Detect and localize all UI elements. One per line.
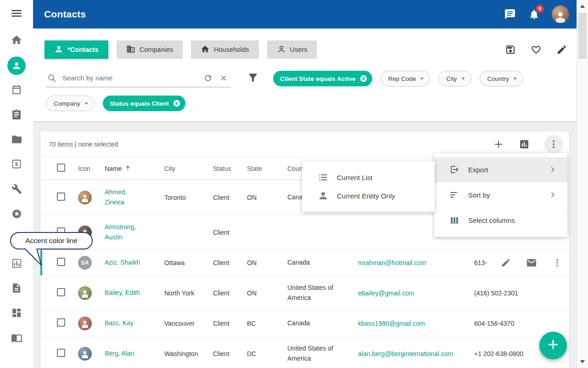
cell-country: Canada [287, 318, 310, 328]
list-summary: 70 items | none selected [49, 141, 118, 148]
column-header-state[interactable]: State [241, 165, 281, 172]
contact-name-link[interactable]: Ahmed, Zineea [105, 187, 147, 207]
cell-city: North York [158, 289, 207, 297]
add-column-plus-icon[interactable] [493, 139, 504, 150]
search-input[interactable] [62, 74, 197, 82]
notifications-bell-icon[interactable]: 9 [528, 8, 540, 20]
filter-chip-client-state[interactable]: Client State equals Active [273, 71, 372, 86]
contact-avatar [78, 347, 92, 361]
sidebar-item-calendar[interactable] [0, 78, 33, 103]
contact-email-link[interactable]: mrahman@hotmail.com [358, 259, 426, 266]
filter-chips-row-2: Company Status equals Client [46, 96, 185, 111]
chip-label: Country [487, 75, 509, 82]
list-header-actions [493, 135, 563, 153]
contact-email-link[interactable]: ebailey@gmail.com [358, 289, 414, 297]
user-avatar[interactable] [552, 6, 569, 23]
submenu-item-current-entity-only[interactable]: Current Entity Only [302, 187, 435, 205]
contact-name-link[interactable]: Bass, Kay [105, 318, 134, 328]
contact-email-link[interactable]: alan.berg@berginternational.com [358, 350, 453, 357]
column-header-icon[interactable]: Icon [73, 165, 98, 172]
column-header-name[interactable]: Name [98, 164, 158, 173]
filter-chip-status[interactable]: Status equals Client [103, 96, 185, 111]
menu-item-select-columns[interactable]: Select columns [434, 208, 567, 233]
pencil-icon[interactable] [556, 44, 567, 55]
refresh-icon[interactable] [203, 73, 213, 83]
row-checkbox[interactable] [57, 258, 65, 266]
row-checkbox[interactable] [57, 192, 65, 201]
scroll-down-arrow[interactable] [580, 360, 585, 363]
callout-text: Accent color line [25, 237, 78, 245]
add-contact-fab[interactable] [539, 332, 567, 359]
scrollbar-thumb[interactable] [578, 13, 587, 59]
scroll-up-arrow[interactable] [580, 5, 585, 8]
filter-chip-rep-code[interactable]: Rep Code [381, 71, 431, 86]
vertical-dots-icon[interactable] [552, 257, 563, 268]
cell-status: Client [207, 194, 241, 201]
contact-name-link[interactable]: Berg, Alan [105, 349, 134, 359]
heart-icon[interactable] [531, 44, 542, 55]
tab-users[interactable]: Users [267, 40, 317, 59]
sidebar-item-contacts[interactable] [0, 53, 33, 78]
sidebar-item-achievements[interactable] [0, 202, 33, 227]
remove-filter-icon[interactable] [173, 99, 181, 108]
envelope-icon[interactable] [526, 257, 537, 268]
chat-icon[interactable] [504, 8, 516, 20]
filter-chip-country[interactable]: Country [480, 71, 523, 86]
chart-icon[interactable] [519, 139, 530, 150]
sort-ascending-icon [124, 164, 131, 173]
chevron-right-icon [548, 190, 557, 199]
contact-name-link[interactable]: Bailey, Edith [105, 288, 140, 298]
column-header-status[interactable]: Status [207, 165, 241, 172]
column-header-city[interactable]: City [158, 165, 207, 172]
calendar-icon [11, 84, 22, 97]
filter-chip-city[interactable]: City [438, 71, 471, 86]
cell-state: ON [241, 289, 281, 297]
tab-contacts[interactable]: *Contacts [45, 40, 108, 59]
contact-email-link[interactable]: kbass1980@gmail.com [358, 320, 425, 327]
filter-chip-company[interactable]: Company [46, 96, 95, 111]
contact-avatar-initials: SA [78, 256, 92, 270]
table-row[interactable]: Berg, Alan Washington Client DC United S… [40, 336, 569, 368]
sidebar-item-dashboard[interactable] [0, 301, 33, 326]
cell-country: United States of America [287, 344, 345, 363]
save-icon[interactable] [505, 44, 516, 55]
sidebar-item-address-book[interactable] [0, 326, 33, 351]
cell-phone: (416) 502-2301 [468, 289, 537, 297]
sidebar-item-tools[interactable] [0, 177, 33, 202]
tab-companies[interactable]: Companies [117, 40, 183, 59]
cell-phone: 604-156-4370 [468, 320, 537, 327]
sidebar-item-tasks[interactable] [0, 103, 33, 128]
row-checkbox[interactable] [57, 288, 65, 296]
close-icon[interactable] [218, 73, 229, 83]
submenu-item-current-list[interactable]: Current List [302, 168, 435, 187]
table-row[interactable]: Bailey, Edith North York Client ON Unite… [40, 276, 569, 311]
cell-phone: +1 202-638-0800 [468, 350, 537, 357]
table-row-accented[interactable]: SA Aziz, Shaikh Ottawa Client ON Canada … [40, 250, 569, 276]
cell-status: Client [207, 259, 241, 266]
row-hover-actions [500, 257, 563, 268]
folder-icon [11, 134, 22, 147]
sidebar-item-billing[interactable]: $ [0, 153, 33, 177]
tab-households[interactable]: Households [191, 40, 259, 59]
table-row[interactable]: Bass, Kay Vancouver Client BC Canada kba… [40, 311, 569, 336]
contact-name-link[interactable]: Aziz, Shaikh [105, 258, 140, 268]
edit-pencil-icon[interactable] [500, 257, 511, 268]
sidebar-item-documents[interactable] [0, 277, 33, 301]
remove-filter-icon[interactable] [359, 74, 368, 83]
funnel-filter-icon[interactable] [247, 72, 259, 84]
chip-label: Rep Code [388, 75, 416, 82]
menu-item-export[interactable]: Export [434, 157, 567, 182]
vertical-scrollbar[interactable] [577, 0, 588, 368]
more-options-button[interactable] [544, 135, 563, 153]
menu-toggle-button[interactable] [0, 0, 33, 28]
menu-item-sort-by[interactable]: Sort by [434, 182, 567, 208]
select-all-checkbox[interactable] [57, 164, 65, 172]
sidebar-item-home[interactable] [0, 28, 33, 53]
entity-tabs: *Contacts Companies Households Users [45, 40, 317, 59]
row-checkbox[interactable] [57, 349, 65, 357]
callout-tail [18, 248, 46, 267]
row-checkbox[interactable] [57, 318, 65, 327]
sidebar-item-files[interactable] [0, 128, 33, 153]
submenu-item-label: Current Entity Only [337, 192, 395, 200]
contact-name-link[interactable]: Armstrong, Austin [105, 222, 147, 242]
